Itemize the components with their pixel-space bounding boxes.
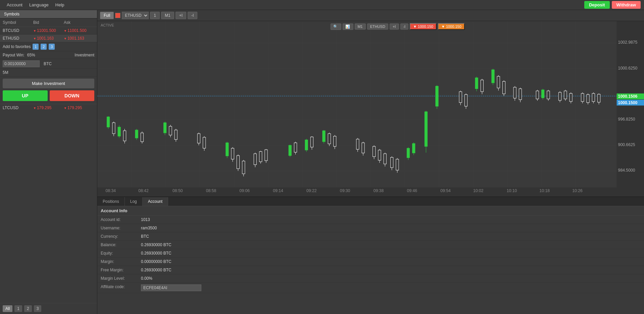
svg-text:996.8250: 996.8250 [618,117,635,121]
menu-language[interactable]: Language [26,0,52,10]
candlestick-chart: 1002.9875 1000.6250 1000.1506 1000.1500 … [97,21,644,196]
fav-btn-1[interactable]: 1 [33,44,39,50]
svg-rect-106 [497,76,500,88]
investment-label: Investment [75,53,94,57]
deposit-button[interactable]: Deposit [584,1,610,9]
svg-rect-118 [547,91,550,99]
svg-rect-50 [237,155,239,169]
timeframe-1[interactable]: 1 [150,12,160,19]
right-panel: Full ETHUSD BTCUSD LTCUSD 1 M1 +I -I ACT… [97,10,644,314]
value-username: ram3500 [141,226,157,230]
filter-all[interactable]: All [3,305,12,312]
duration-value: 5M [3,70,8,75]
label-margin-level: Margin Level: [101,276,141,281]
svg-rect-100 [475,78,478,89]
fav-btn-3[interactable]: 3 [49,44,55,50]
color-picker[interactable] [115,13,120,18]
active-label: ACTIVE [101,23,114,27]
svg-rect-116 [542,90,544,98]
svg-text:08:58: 08:58 [206,188,216,193]
label-balance: Balance: [101,242,141,247]
price-badge-1[interactable]: ▼ 1000.150 [410,23,437,30]
account-info: Account Info Account id: 1013 Username: … [97,206,644,293]
symbols-header: Symbol Bid Ask [0,18,97,27]
investment-input[interactable] [3,60,40,67]
menu-help[interactable]: Help [52,0,68,10]
svg-text:10:10: 10:10 [507,188,517,193]
col-symbol: Symbol [3,20,33,25]
svg-rect-62 [294,143,297,152]
svg-rect-120 [558,92,561,100]
tab-positions[interactable]: Positions [97,197,125,206]
tab-account[interactable]: Account [143,197,168,206]
indicator-add[interactable]: +I [176,12,186,19]
symbols-tab[interactable]: Symbols [0,10,97,18]
withdraw-button[interactable]: Withdraw [612,1,641,9]
svg-text:09:54: 09:54 [440,188,451,193]
overlay-symbol[interactable]: ETHUSD [367,24,388,30]
make-investment-button[interactable]: Make Investment [3,79,94,88]
full-btn[interactable]: Full [100,12,114,19]
chart-toolbar: Full ETHUSD BTCUSD LTCUSD 1 M1 +I -I [97,10,644,21]
svg-rect-76 [362,143,364,153]
zoom-icon[interactable]: 🔍 [330,24,341,30]
tab-log[interactable]: Log [125,197,143,206]
timeframe-m1[interactable]: M1 [161,12,174,19]
svg-rect-128 [587,95,589,103]
symbol-row-ltcusd[interactable]: LTCUSD 179.295 179.295 [0,104,97,111]
overlay-m1[interactable]: M1 [354,24,365,30]
left-panel: Symbols Symbol Bid Ask BTCUSD 11001.500 … [0,10,97,314]
value-currency: BTC [141,234,149,239]
svg-rect-88 [407,148,409,158]
down-button[interactable]: DOWN [50,90,95,101]
overlay-plus[interactable]: +I [390,24,399,30]
menu-account[interactable]: Account [3,0,26,10]
value-margin: 0.00000000 BTC [141,259,171,264]
svg-rect-58 [265,150,267,161]
svg-rect-96 [459,92,462,103]
account-row-affiliate: Affiliate code: [97,283,644,293]
svg-rect-26 [112,123,115,134]
svg-rect-84 [391,158,393,168]
symbol-name-ethusd: ETHUSD [3,36,33,41]
svg-rect-40 [175,130,177,139]
svg-rect-34 [141,133,143,142]
indicator-remove[interactable]: -I [188,12,197,19]
top-bar: Account Language Help Deposit Withdraw [0,0,644,10]
symbol-name-btcusd: BTCUSD [3,28,33,33]
svg-rect-74 [356,139,359,149]
fav-btn-2[interactable]: 2 [41,44,47,50]
svg-rect-30 [123,131,126,141]
svg-rect-86 [396,159,399,170]
account-row-username: Username: ram3500 [97,224,644,232]
bottom-tabs: Positions Log Account [97,197,644,206]
svg-rect-98 [464,95,467,106]
overlay-minus[interactable]: -I [400,24,408,30]
payout-row: Payout Win: 65% Investment [0,51,97,59]
svg-text:984.5000: 984.5000 [618,168,635,173]
up-button[interactable]: UP [3,90,48,101]
chart-type-icon[interactable]: 📊 [342,24,353,30]
svg-rect-130 [592,93,595,101]
svg-text:09:46: 09:46 [407,188,417,193]
svg-rect-112 [519,89,522,100]
filter-3[interactable]: 3 [34,305,42,312]
filter-1[interactable]: 1 [14,305,22,312]
page-filter: All 1 2 3 [0,303,97,314]
account-row-margin-level: Margin Level: 0.00% [97,274,644,283]
bid-ltcusd: 179.295 [33,105,64,110]
main-content: Symbols Symbol Bid Ask BTCUSD 11001.500 … [0,10,644,314]
svg-rect-82 [384,154,386,164]
filter-2[interactable]: 2 [24,305,32,312]
affiliate-input[interactable] [141,284,201,291]
chart-area: ACTIVE 🔍 📊 M1 ETHUSD +I -I ▼ 1000.150 ▼ … [97,21,644,196]
chart-overlay-toolbar: 🔍 📊 M1 ETHUSD +I -I ▼ 1000.150 ▼ 1000.15… [330,23,464,30]
svg-rect-46 [226,143,229,156]
symbol-select[interactable]: ETHUSD BTCUSD LTCUSD [122,12,149,19]
svg-rect-42 [197,134,200,143]
svg-text:09:30: 09:30 [340,188,350,193]
price-badge-2[interactable]: ▼ 1000.150 [438,23,465,30]
symbol-row-ethusd[interactable]: ETHUSD 1001.163 1001.163 [0,35,97,42]
symbol-row-btcusd[interactable]: BTCUSD 11001.500 11001.500 [0,27,97,35]
svg-text:09:22: 09:22 [306,188,317,193]
